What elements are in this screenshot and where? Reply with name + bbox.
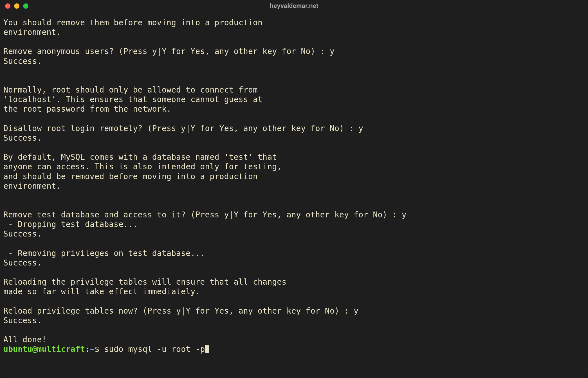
terminal-output: You should remove them before moving int… — [3, 18, 407, 344]
terminal-body[interactable]: You should remove them before moving int… — [0, 12, 588, 354]
prompt-dollar: $ — [95, 345, 104, 354]
titlebar: heyvaldemar.net — [0, 0, 588, 12]
cursor-icon — [205, 345, 209, 353]
prompt-user: ubuntu — [3, 345, 32, 354]
prompt-line: ubuntu@multicraft:~$ sudo mysql -u root … — [3, 345, 209, 354]
terminal-window: heyvaldemar.net You should remove them b… — [0, 0, 588, 378]
prompt-colon: : — [85, 345, 90, 354]
minimize-icon[interactable] — [14, 3, 19, 9]
maximize-icon[interactable] — [23, 3, 28, 9]
prompt-host: multicraft — [37, 345, 85, 354]
prompt-at: @ — [32, 345, 37, 354]
close-icon[interactable] — [5, 3, 10, 9]
traffic-lights — [5, 3, 28, 9]
prompt-path: ~ — [90, 345, 95, 354]
window-title: heyvaldemar.net — [0, 2, 588, 10]
command-input[interactable]: sudo mysql -u root -p — [104, 345, 205, 354]
